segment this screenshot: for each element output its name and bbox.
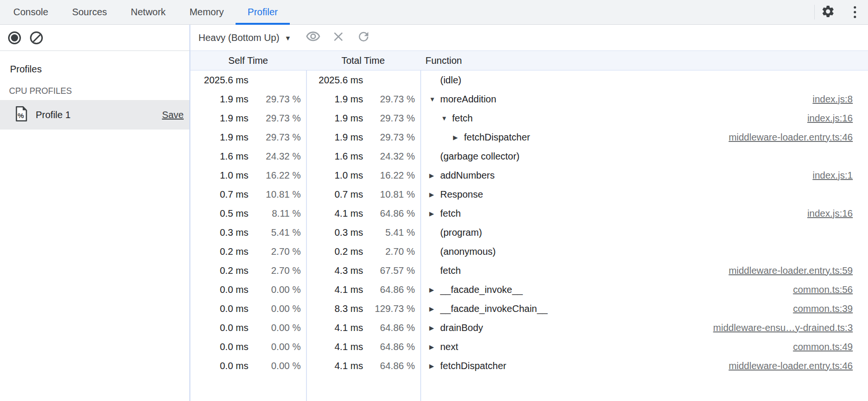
total-time-cell: 8.3 ms 129.73 % [306, 303, 420, 314]
source-link[interactable]: middleware-loader.entry.ts:46 [719, 361, 853, 371]
source-link[interactable]: middleware-loader.entry.ts:59 [719, 265, 853, 276]
tab-console[interactable]: Console [1, 0, 60, 24]
table-row[interactable]: 0.0 ms 0.00 % 8.3 ms 129.73 % ▶ __facade… [190, 299, 868, 318]
source-link[interactable]: index.js:16 [798, 113, 853, 124]
tab-sources[interactable]: Sources [60, 0, 118, 24]
more-options-button[interactable] [841, 0, 868, 24]
tab-profiler[interactable]: Profiler [236, 0, 289, 24]
source-link[interactable]: common.ts:39 [783, 303, 853, 314]
function-name: __facade_invoke__ [440, 284, 523, 295]
tree-toggle-icon[interactable]: ▶ [429, 286, 440, 293]
source-link[interactable]: index.js:8 [803, 94, 853, 105]
total-ms: 4.3 ms [306, 265, 363, 276]
tree-toggle-icon[interactable]: ▶ [429, 324, 440, 331]
table-row[interactable]: 1.6 ms 24.32 % 1.6 ms 24.32 % (garbage c… [190, 147, 868, 166]
tree-toggle-icon[interactable]: ▶ [429, 191, 440, 198]
function-name: fetch [452, 113, 473, 124]
function-name: fetchDispatcher [440, 361, 506, 371]
total-time-cell: 0.3 ms 5.41 % [306, 227, 420, 238]
settings-button[interactable] [815, 0, 841, 24]
table-row[interactable]: 0.0 ms 0.00 % 4.1 ms 64.86 % ▶ __facade_… [190, 280, 868, 299]
table-row[interactable]: 1.9 ms 29.73 % 1.9 ms 29.73 % ▼ moreAddi… [190, 90, 868, 109]
self-time-cell: 0.0 ms 0.00 % [190, 303, 306, 314]
table-row[interactable]: 2025.6 ms 2025.6 ms (idle) [190, 70, 868, 90]
table-row[interactable]: 0.5 ms 8.11 % 4.1 ms 64.86 % ▶ fetch ind… [190, 204, 868, 223]
total-pct: 24.32 % [363, 151, 420, 162]
function-cell: ▶ fetchDispatcher middleware-loader.entr… [420, 356, 868, 375]
table-row[interactable]: 0.0 ms 0.00 % 4.1 ms 64.86 % ▶ drainBody… [190, 318, 868, 337]
self-pct: 0.00 % [248, 284, 306, 295]
header-function[interactable]: Function [420, 55, 868, 66]
total-pct: 2.70 % [363, 246, 420, 257]
table-row[interactable]: 1.9 ms 29.73 % 1.9 ms 29.73 % ▶ fetchDis… [190, 128, 868, 147]
header-self-time[interactable]: Self Time [190, 55, 306, 66]
tree-toggle-icon[interactable]: ▼ [441, 115, 452, 122]
reload-button[interactable] [351, 27, 376, 48]
self-ms: 0.0 ms [190, 341, 248, 352]
total-time-cell: 4.1 ms 64.86 % [306, 284, 420, 295]
total-pct: 5.41 % [363, 227, 420, 238]
tab-label: Memory [189, 7, 224, 18]
table-row[interactable]: 0.2 ms 2.70 % 0.2 ms 2.70 % (anonymous) [190, 242, 868, 261]
total-time-cell: 4.1 ms 64.86 % [306, 322, 420, 333]
self-ms: 0.0 ms [190, 361, 248, 371]
source-link[interactable]: index.js:1 [803, 170, 853, 181]
total-time-cell: 4.1 ms 64.86 % [306, 208, 420, 219]
sidebar-item-profile-1[interactable]: % Profile 1 Save [0, 100, 189, 130]
source-link[interactable]: index.js:16 [798, 208, 853, 219]
refresh-icon [356, 30, 371, 46]
self-time-cell: 0.2 ms 2.70 % [190, 246, 306, 257]
function-name: (garbage collector) [440, 151, 520, 162]
self-ms: 1.0 ms [190, 170, 248, 181]
tree-toggle-icon[interactable]: ▶ [429, 343, 440, 351]
tree-toggle-icon[interactable]: ▶ [429, 210, 440, 217]
self-pct: 29.73 % [248, 132, 306, 143]
save-profile-link[interactable]: Save [162, 110, 184, 120]
source-link[interactable]: common.ts:56 [783, 284, 853, 295]
clear-profiles-button[interactable] [30, 31, 43, 44]
function-cell: ▶ Response [420, 185, 868, 204]
table-row[interactable]: 0.7 ms 10.81 % 0.7 ms 10.81 % ▶ Response [190, 185, 868, 204]
total-time-cell: 4.3 ms 67.57 % [306, 265, 420, 276]
self-ms: 0.5 ms [190, 208, 248, 219]
table-row[interactable]: 1.0 ms 16.22 % 1.0 ms 16.22 % ▶ addNumbe… [190, 166, 868, 185]
source-link[interactable]: middleware-loader.entry.ts:46 [719, 132, 853, 143]
tree-toggle-icon[interactable]: ▼ [429, 96, 440, 103]
table-row[interactable]: 0.0 ms 0.00 % 4.1 ms 64.86 % ▶ next comm… [190, 337, 868, 356]
tree-toggle-icon[interactable]: ▶ [429, 362, 440, 370]
self-time-cell: 1.9 ms 29.73 % [190, 94, 306, 105]
record-button[interactable] [8, 31, 21, 44]
total-ms: 0.3 ms [306, 227, 363, 238]
function-name: (idle) [440, 75, 461, 86]
function-cell: (program) [420, 223, 868, 242]
table-row[interactable]: 1.9 ms 29.73 % 1.9 ms 29.73 % ▼ fetch in… [190, 109, 868, 128]
tree-toggle-icon[interactable]: ▶ [429, 305, 440, 312]
header-total-time[interactable]: Total Time [306, 55, 420, 66]
source-link[interactable]: common.ts:49 [783, 341, 853, 352]
total-pct: 16.22 % [363, 170, 420, 181]
tab-memory[interactable]: Memory [178, 0, 236, 24]
table-rows: 2025.6 ms 2025.6 ms (idle) 1.9 ms 29.73 … [190, 70, 868, 375]
function-name: addNumbers [440, 170, 495, 181]
chevron-down-icon: ▼ [285, 34, 291, 42]
total-pct: 67.57 % [363, 265, 420, 276]
total-ms: 4.1 ms [306, 361, 363, 371]
tree-toggle-icon[interactable]: ▶ [453, 134, 464, 141]
tab-network[interactable]: Network [119, 0, 178, 24]
table-row[interactable]: 0.0 ms 0.00 % 4.1 ms 64.86 % ▶ fetchDisp… [190, 356, 868, 375]
function-cell: ▼ moreAddition index.js:8 [420, 90, 868, 109]
focus-preview-button[interactable] [301, 27, 326, 48]
table-row[interactable]: 0.3 ms 5.41 % 0.3 ms 5.41 % (program) [190, 223, 868, 242]
function-cell: ▶ __facade_invoke__ common.ts:56 [420, 280, 868, 299]
self-pct: 0.00 % [248, 303, 306, 314]
self-pct: 0.00 % [248, 322, 306, 333]
view-mode-dropdown[interactable]: Heavy (Bottom Up) ▼ [198, 32, 291, 43]
delete-profile-button[interactable] [326, 27, 351, 48]
tree-toggle-icon[interactable]: ▶ [429, 172, 440, 179]
total-ms: 1.9 ms [306, 113, 363, 124]
source-link[interactable]: middleware-ensu…y-drained.ts:3 [704, 322, 853, 333]
total-time-cell: 2025.6 ms [306, 75, 420, 86]
view-mode-label: Heavy (Bottom Up) [198, 32, 279, 43]
table-row[interactable]: 0.2 ms 2.70 % 4.3 ms 67.57 % fetch middl… [190, 261, 868, 280]
self-ms: 0.3 ms [190, 227, 248, 238]
